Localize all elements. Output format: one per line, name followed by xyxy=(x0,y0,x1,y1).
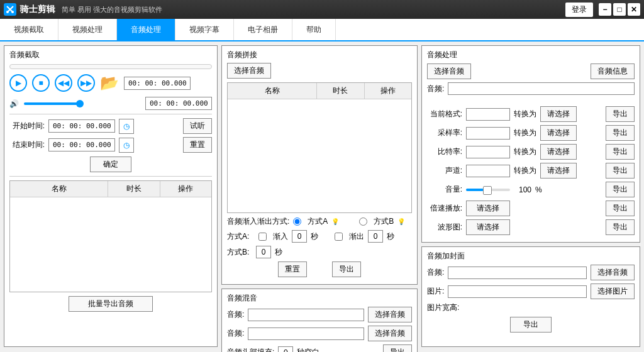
fadein-check[interactable] xyxy=(258,233,267,241)
rate-label: 采样率: xyxy=(427,128,462,138)
table-body xyxy=(228,99,411,212)
audio-cover-panel: 音频加封面 音频: 选择音频 图片: 选择图片 图片宽高: 导出 xyxy=(421,246,640,347)
reset-button[interactable]: 重置 xyxy=(183,137,212,153)
convert-label: 转换为 xyxy=(514,128,536,138)
stop-button[interactable]: ■ xyxy=(32,74,50,92)
convert-label: 转换为 xyxy=(514,109,536,119)
volume-icon[interactable]: 🔊 xyxy=(9,99,19,108)
current-time-field[interactable] xyxy=(124,77,191,90)
svg-point-1 xyxy=(11,11,14,13)
panel-title: 音频加封面 xyxy=(427,251,635,261)
channel-choose-button[interactable]: 请选择 xyxy=(540,163,577,179)
audio-label: 音频: xyxy=(427,267,444,278)
select-audio-button[interactable]: 选择音频 xyxy=(227,63,271,79)
export-button[interactable]: 导出 xyxy=(510,317,552,333)
cover-audio-field[interactable] xyxy=(448,267,587,279)
audio2-field[interactable] xyxy=(248,327,364,340)
forward-button[interactable]: ▶▶ xyxy=(77,74,95,92)
format-label: 当前格式: xyxy=(427,109,462,119)
start-time-field[interactable] xyxy=(48,119,115,133)
tab-video-subtitle[interactable]: 视频字幕 xyxy=(175,19,234,40)
panel-title: 音频拼接 xyxy=(227,50,412,60)
fadeout-value[interactable] xyxy=(368,230,383,243)
tab-video-extract[interactable]: 视频截取 xyxy=(0,19,58,40)
fadein-value[interactable] xyxy=(292,230,307,243)
start-time-label: 开始时间: xyxy=(9,121,45,131)
maximize-button[interactable]: □ xyxy=(613,3,626,16)
app-tagline: 简单 易用 强大的音视频剪辑软件 xyxy=(62,5,162,14)
col-duration: 时长 xyxy=(317,83,365,99)
progress-track[interactable] xyxy=(9,64,212,69)
fadeout-check[interactable] xyxy=(335,233,343,241)
rewind-button[interactable]: ◀◀ xyxy=(55,74,72,92)
rate-field[interactable] xyxy=(466,127,510,140)
channel-label: 声道: xyxy=(427,165,462,176)
login-button[interactable]: 登录 xyxy=(565,3,593,17)
format-field[interactable] xyxy=(466,108,510,121)
select-pic-button[interactable]: 选择图片 xyxy=(591,283,635,299)
col-duration: 时长 xyxy=(108,181,160,197)
modeb-value[interactable] xyxy=(256,246,271,258)
audio-join-panel: 音频拼接 选择音频 名称 时长 操作 音频渐入渐出方式: 方式A 💡 方式B 💡 xyxy=(221,45,418,285)
wave-choose-button[interactable]: 请选择 xyxy=(466,219,510,235)
export-button[interactable]: 导出 xyxy=(606,201,635,216)
mode-a-row-label: 方式A: xyxy=(227,231,252,242)
select-audio-button[interactable]: 选择音频 xyxy=(591,265,635,280)
pad-value[interactable] xyxy=(278,346,293,353)
set-start-icon[interactable]: ◷ xyxy=(119,119,134,134)
preview-button[interactable]: 试听 xyxy=(183,118,212,134)
panel-title: 音频处理 xyxy=(427,50,635,60)
panel-title: 音频混音 xyxy=(227,293,412,304)
format-choose-button[interactable]: 请选择 xyxy=(540,106,577,122)
mode-b-row-label: 方式B: xyxy=(227,247,252,258)
mode-a-radio[interactable] xyxy=(293,217,301,226)
end-time-label: 结束时间: xyxy=(9,140,45,150)
reset-button[interactable]: 重置 xyxy=(278,261,307,277)
batch-export-button[interactable]: 批量导出音频 xyxy=(69,296,153,312)
speed-choose-button[interactable]: 请选择 xyxy=(466,201,510,216)
volume-slider[interactable] xyxy=(466,189,510,191)
audio-mix-panel: 音频混音 音频: 选择音频 音频: 选择音频 音频头部填充: 秒空白 导出 xyxy=(221,289,418,352)
end-time-field[interactable] xyxy=(48,138,115,151)
export-button[interactable]: 导出 xyxy=(606,144,635,160)
hint-icon[interactable]: 💡 xyxy=(331,218,339,225)
audio-process-panel: 音频处理 选择音频 音频信息 音频: 当前格式: 转换为 请选择 导出 采样率: xyxy=(421,45,640,243)
open-file-icon[interactable]: 📂 xyxy=(100,74,119,92)
total-time-field[interactable] xyxy=(145,97,212,110)
volume-slider[interactable] xyxy=(24,102,80,105)
export-button[interactable]: 导出 xyxy=(606,182,635,197)
export-button[interactable]: 导出 xyxy=(606,125,635,141)
play-button[interactable]: ▶ xyxy=(9,74,27,92)
export-button[interactable]: 导出 xyxy=(383,344,412,352)
select-audio2-button[interactable]: 选择音频 xyxy=(368,326,412,341)
close-button[interactable]: ✕ xyxy=(628,3,640,16)
export-button[interactable]: 导出 xyxy=(606,106,635,122)
extract-table: 名称 时长 操作 xyxy=(9,180,212,292)
audio-extract-panel: 音频截取 ▶ ■ ◀◀ ▶▶ 📂 🔊 开始时间: ◷ xyxy=(4,45,218,347)
hint-icon[interactable]: 💡 xyxy=(397,218,405,225)
audio-info-button[interactable]: 音频信息 xyxy=(591,63,635,79)
set-end-icon[interactable]: ◷ xyxy=(119,138,134,153)
channel-field[interactable] xyxy=(466,165,510,177)
minimize-button[interactable]: − xyxy=(599,3,611,16)
mode-b-label: 方式B xyxy=(374,216,394,227)
select-audio-button[interactable]: 选择音频 xyxy=(427,63,471,79)
export-button[interactable]: 导出 xyxy=(332,261,361,277)
audio-path-field[interactable] xyxy=(448,82,635,95)
mode-b-radio[interactable] xyxy=(359,217,367,226)
tab-album[interactable]: 电子相册 xyxy=(234,19,292,40)
bitrate-choose-button[interactable]: 请选择 xyxy=(540,144,577,160)
cover-pic-field[interactable] xyxy=(448,285,587,298)
join-table: 名称 时长 操作 xyxy=(227,82,412,213)
bitrate-field[interactable] xyxy=(466,146,510,158)
select-audio1-button[interactable]: 选择音频 xyxy=(368,307,412,322)
app-name: 骑士剪辑 xyxy=(20,4,55,15)
tab-help[interactable]: 帮助 xyxy=(292,19,336,40)
export-button[interactable]: 导出 xyxy=(606,163,635,179)
rate-choose-button[interactable]: 请选择 xyxy=(540,125,577,141)
audio1-field[interactable] xyxy=(248,309,364,321)
tab-video-process[interactable]: 视频处理 xyxy=(58,19,117,40)
export-button[interactable]: 导出 xyxy=(606,219,635,235)
tab-audio-process[interactable]: 音频处理 xyxy=(117,19,175,40)
confirm-button[interactable]: 确定 xyxy=(90,157,131,172)
